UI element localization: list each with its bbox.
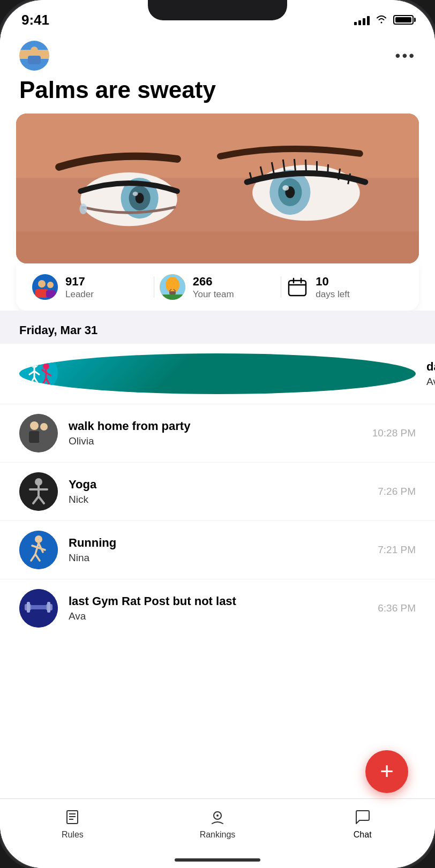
svg-rect-68	[47, 602, 50, 613]
activity-info: dancing Ava	[426, 360, 435, 388]
svg-rect-41	[19, 353, 58, 392]
signal-icon	[354, 14, 370, 25]
tab-rules[interactable]: Rules	[0, 807, 145, 840]
home-indicator	[175, 858, 260, 862]
activity-time: 7:21 PM	[378, 544, 416, 556]
activity-thumbnail	[19, 414, 58, 452]
calendar-icon	[287, 276, 308, 298]
rules-icon	[63, 807, 82, 827]
add-button[interactable]: +	[365, 750, 408, 793]
status-icons	[354, 14, 414, 26]
svg-point-42	[31, 360, 38, 368]
svg-point-57	[40, 423, 48, 431]
activity-time: 10:28 PM	[372, 427, 416, 439]
svg-point-62	[35, 535, 42, 543]
svg-rect-25	[16, 232, 419, 264]
wifi-icon	[375, 14, 388, 26]
list-item[interactable]: Running Nina 7:21 PM	[0, 521, 435, 579]
rankings-tab-label: Rankings	[200, 830, 236, 840]
svg-rect-37	[289, 281, 306, 296]
svg-point-55	[30, 421, 39, 430]
list-item[interactable]: last Gym Rat Post but not last Ava 6:36 …	[0, 579, 435, 637]
team-label: Your team	[193, 289, 234, 300]
team-avatar	[160, 274, 185, 300]
rankings-icon	[208, 807, 227, 827]
activity-thumbnail	[19, 589, 58, 628]
svg-point-8	[133, 192, 138, 196]
leader-label: Leader	[65, 289, 94, 300]
team-stat: 266 Your team	[160, 274, 276, 300]
svg-line-19	[305, 160, 306, 171]
add-icon: +	[380, 759, 394, 783]
more-options-icon[interactable]: •••	[395, 47, 416, 64]
svg-point-27	[38, 280, 46, 288]
activity-name: Yoga	[69, 478, 367, 492]
svg-point-29	[47, 282, 54, 288]
svg-rect-58	[39, 432, 49, 442]
activity-name: walk home from party	[69, 419, 362, 433]
leader-avatar	[32, 274, 58, 300]
svg-point-74	[216, 814, 219, 817]
status-time: 9:41	[21, 12, 49, 28]
days-left-label: days left	[316, 289, 349, 300]
svg-rect-30	[46, 290, 56, 298]
page-title: Palms are sweaty	[0, 77, 435, 114]
tab-bar: Rules Rankings	[0, 798, 435, 868]
stat-divider-1	[154, 276, 154, 298]
days-left-stat: 10 days left	[287, 275, 403, 299]
days-left-number: 10	[316, 275, 349, 289]
activity-info: last Gym Rat Post but not last Ava	[69, 594, 367, 622]
svg-point-48	[43, 363, 49, 369]
activity-user: Nina	[69, 552, 367, 564]
list-item[interactable]: dancing Ava 10:38 PM	[0, 344, 435, 404]
avatar[interactable]	[19, 41, 49, 71]
svg-point-24	[79, 203, 87, 214]
activity-info: Yoga Nick	[69, 478, 367, 505]
leader-score: 917	[65, 275, 94, 289]
activity-user: Nick	[69, 494, 367, 505]
svg-point-13	[282, 185, 289, 191]
team-score: 266	[193, 275, 234, 289]
activity-thumbnail	[19, 472, 58, 511]
activity-user: Olivia	[69, 435, 362, 447]
stats-bar: 917 Leader	[16, 263, 419, 311]
svg-point-32	[166, 277, 179, 293]
list-item[interactable]: walk home from party Olivia 10:28 PM	[0, 404, 435, 463]
hero-image	[16, 114, 419, 263]
date-text: Friday, Mar 31	[19, 323, 98, 337]
svg-rect-33	[169, 291, 176, 295]
activity-time: 7:26 PM	[378, 486, 416, 497]
svg-rect-56	[29, 431, 40, 443]
stat-divider-2	[281, 276, 281, 298]
tab-chat[interactable]: Chat	[290, 807, 435, 840]
activity-info: Running Nina	[69, 536, 367, 564]
svg-line-21	[328, 164, 328, 176]
svg-rect-36	[160, 295, 185, 300]
app-header: •••	[0, 32, 435, 77]
rules-tab-label: Rules	[62, 830, 84, 840]
activity-name: Running	[69, 536, 367, 550]
activity-user: Ava	[426, 376, 435, 388]
chat-icon	[353, 807, 372, 827]
activity-name: dancing	[426, 360, 435, 374]
list-item[interactable]: Yoga Nick 7:26 PM	[0, 463, 435, 521]
activity-thumbnail	[19, 531, 58, 569]
svg-point-60	[35, 478, 42, 486]
tab-rankings[interactable]: Rankings	[145, 807, 290, 840]
activity-user: Ava	[69, 610, 367, 622]
date-header: Friday, Mar 31	[0, 311, 435, 344]
svg-rect-1	[28, 56, 41, 64]
svg-rect-67	[27, 602, 30, 613]
activity-list: dancing Ava 10:38 PM	[0, 344, 435, 637]
svg-line-18	[294, 159, 295, 171]
activity-time: 6:36 PM	[378, 602, 416, 614]
activity-name: last Gym Rat Post but not last	[69, 594, 367, 608]
svg-rect-3	[16, 114, 419, 178]
battery-icon	[393, 15, 414, 25]
activity-info: walk home from party Olivia	[69, 419, 362, 447]
leader-stat: 917 Leader	[32, 274, 148, 300]
activity-thumbnail	[19, 353, 416, 394]
chat-tab-label: Chat	[354, 830, 372, 840]
svg-point-0	[31, 47, 38, 54]
